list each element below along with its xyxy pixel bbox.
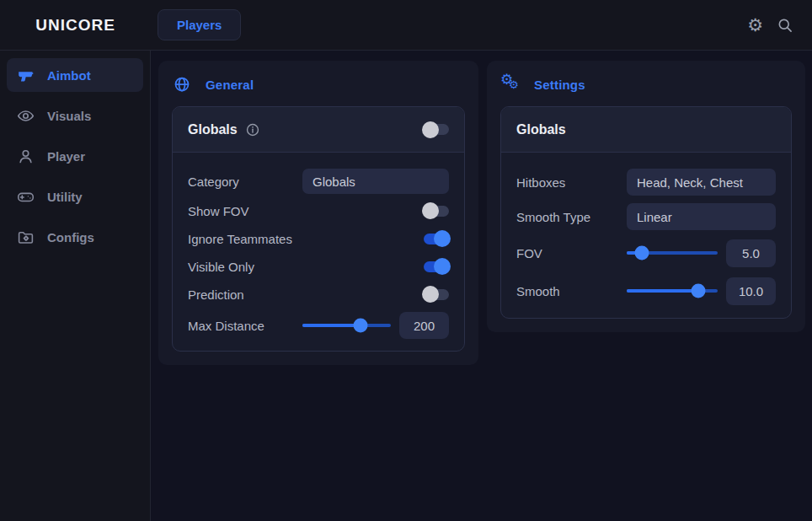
gears-icon: ⚙︎ ⚙︎	[502, 76, 519, 93]
sidebar-item-label: Configs	[47, 230, 94, 244]
gear-small-icon: ⚙︎	[509, 78, 519, 91]
smooth-row: Smooth 10.0	[516, 276, 776, 306]
settings-gear-icon[interactable]: ⚙︎	[747, 16, 763, 34]
toggle-knob	[422, 286, 439, 303]
sidebar-item-visuals[interactable]: Visuals	[7, 99, 143, 132]
sidebar-item-configs[interactable]: Configs	[7, 220, 143, 254]
row-label: Hitboxes	[516, 175, 565, 190]
max-distance-row: Max Distance 200	[188, 312, 449, 339]
body-row: Aimbot Visuals Player	[0, 51, 812, 521]
fov-slider-wrap: 5.0	[627, 239, 776, 267]
show-fov-row: Show FOV	[188, 201, 449, 221]
smooth-type-input[interactable]	[627, 203, 776, 230]
smooth-type-row: Smooth Type	[516, 203, 776, 230]
sidebar: Aimbot Visuals Player	[0, 51, 151, 521]
slider-fill	[627, 289, 698, 293]
content: General Globals	[151, 51, 812, 521]
row-label: Category	[188, 175, 239, 189]
panel-title: Settings	[534, 78, 585, 92]
visible-only-toggle[interactable]	[424, 261, 449, 272]
ignore-teammates-toggle[interactable]	[424, 234, 449, 244]
prediction-toggle[interactable]	[424, 289, 449, 300]
slider-fill	[302, 324, 361, 327]
sidebar-item-label: Aimbot	[47, 68, 91, 83]
max-distance-value[interactable]: 200	[399, 312, 449, 339]
ignore-teammates-row: Ignore Teammates	[188, 228, 449, 249]
card-header: Globals	[173, 107, 464, 153]
visible-only-row: Visible Only	[188, 256, 449, 277]
panel-general: General Globals	[158, 61, 478, 365]
max-distance-slider-wrap: 200	[302, 312, 449, 339]
slider-knob[interactable]	[692, 284, 706, 298]
pistol-icon	[17, 67, 35, 84]
card-title: Globals	[516, 122, 566, 137]
card-title: Globals	[188, 122, 238, 137]
settings-globals-card: Globals Hitboxes Smooth Type FOV	[500, 106, 792, 319]
search-icon[interactable]	[777, 17, 793, 34]
row-label: FOV	[516, 246, 542, 260]
fov-value[interactable]: 5.0	[726, 239, 776, 267]
row-label: Show FOV	[188, 204, 249, 218]
toggle-knob	[434, 230, 451, 247]
card-body: Category Show FOV Ignore Teammates	[173, 153, 464, 351]
topbar-icons: ⚙︎	[747, 16, 812, 34]
logo-wrap: UNICORE	[0, 16, 151, 35]
slider-knob[interactable]	[354, 319, 368, 333]
sidebar-item-utility[interactable]: Utility	[7, 180, 143, 213]
topbar: UNICORE Players ⚙︎	[0, 0, 812, 51]
globals-master-toggle[interactable]	[424, 124, 449, 135]
card-body: Hitboxes Smooth Type FOV	[501, 153, 791, 318]
row-label: Visible Only	[188, 260, 254, 274]
toggle-knob	[422, 202, 439, 219]
toggle-knob	[434, 258, 451, 275]
sidebar-item-aimbot[interactable]: Aimbot	[7, 58, 143, 92]
app-window: UNICORE Players ⚙︎ Aimbot	[0, 0, 812, 521]
tab-players[interactable]: Players	[158, 9, 241, 40]
panel-settings: ⚙︎ ⚙︎ Settings Globals Hitboxes	[487, 61, 805, 332]
app-logo: UNICORE	[35, 16, 115, 34]
slider-knob[interactable]	[635, 246, 649, 260]
globe-icon	[174, 76, 190, 93]
row-label: Prediction	[188, 287, 244, 302]
gamepad-icon	[17, 188, 35, 206]
panel-title: General	[206, 78, 254, 92]
smooth-slider-wrap: 10.0	[627, 277, 776, 305]
row-label: Smooth Type	[516, 210, 590, 224]
card-header: Globals	[501, 107, 791, 153]
general-panel-header: General	[174, 76, 465, 93]
show-fov-toggle[interactable]	[424, 206, 449, 217]
row-label: Max Distance	[188, 319, 264, 333]
hitboxes-input[interactable]	[627, 169, 776, 196]
folder-gear-icon	[17, 228, 35, 246]
sidebar-item-player[interactable]: Player	[7, 139, 143, 173]
eye-icon	[17, 107, 35, 125]
settings-panel-header: ⚙︎ ⚙︎ Settings	[502, 76, 792, 93]
max-distance-slider[interactable]	[302, 324, 391, 327]
general-globals-card: Globals Category	[172, 106, 465, 352]
toggle-knob	[422, 121, 439, 138]
fov-row: FOV 5.0	[516, 238, 776, 268]
category-row: Category	[188, 169, 449, 194]
smooth-value[interactable]: 10.0	[726, 277, 776, 305]
prediction-row: Prediction	[188, 284, 449, 304]
row-label: Smooth	[516, 284, 560, 298]
sidebar-item-label: Player	[47, 149, 85, 164]
sidebar-item-label: Utility	[47, 190, 83, 204]
smooth-slider[interactable]	[627, 289, 718, 293]
row-label: Ignore Teammates	[188, 232, 292, 246]
sidebar-item-label: Visuals	[47, 109, 91, 123]
hitboxes-row: Hitboxes	[516, 169, 776, 196]
category-input[interactable]	[302, 169, 449, 194]
fov-slider[interactable]	[627, 251, 718, 255]
person-icon	[17, 148, 35, 165]
info-icon[interactable]	[245, 122, 260, 137]
